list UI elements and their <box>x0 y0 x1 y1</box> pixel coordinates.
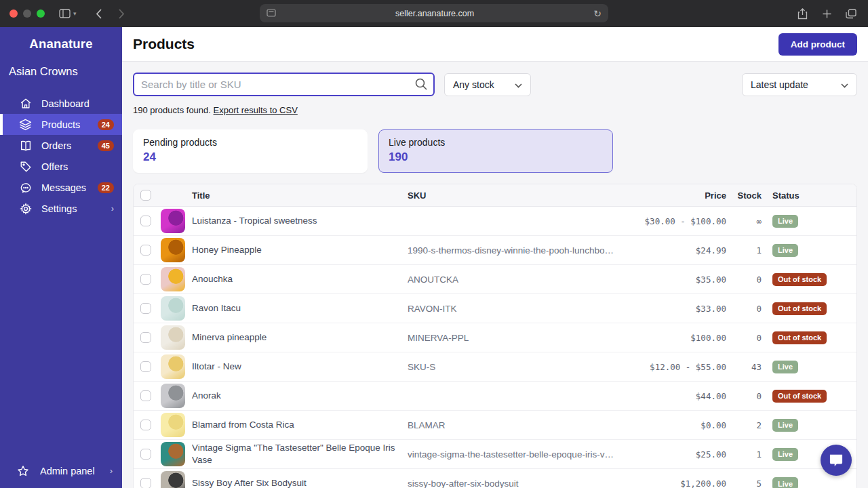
sidebar-item-label: Settings <box>41 203 111 214</box>
row-checkbox[interactable] <box>140 390 151 401</box>
minimize-window-button[interactable] <box>23 9 31 18</box>
add-product-button[interactable]: Add product <box>778 33 857 56</box>
table-row[interactable]: Blamard from Costa RicaBLAMAR$0.002Live <box>134 411 856 440</box>
product-thumbnail <box>161 471 185 488</box>
back-icon[interactable] <box>90 5 108 22</box>
tab-card-pending-products[interactable]: Pending products24 <box>133 129 368 173</box>
status-badge: Out of stock <box>772 390 827 403</box>
product-stock: ∞ <box>726 216 762 226</box>
product-sku: SKU-S <box>408 362 625 372</box>
export-csv-link[interactable]: Export results to CSV <box>214 105 298 115</box>
sidebar-item-messages[interactable]: Messages22 <box>0 177 122 198</box>
product-stock: 1 <box>726 449 762 460</box>
share-icon[interactable] <box>793 5 811 22</box>
select-all-checkbox[interactable] <box>140 190 151 201</box>
product-stock: 5 <box>726 479 762 488</box>
sort-select[interactable]: Latest update <box>742 73 857 96</box>
row-checkbox[interactable] <box>140 420 151 430</box>
status-badge: Out of stock <box>772 302 827 315</box>
product-title: Sissy Boy After Six Bodysuit <box>192 477 408 488</box>
product-stock: 0 <box>726 333 762 343</box>
table-row[interactable]: AnouchkaANOUTCKA$35.000Out of stock <box>134 265 856 294</box>
table-row[interactable]: Vintage Sigma "The Tastesetter" Belle Ep… <box>134 440 856 469</box>
sidebar-item-products[interactable]: Products24 <box>0 114 122 135</box>
row-checkbox[interactable] <box>140 361 151 372</box>
row-checkbox[interactable] <box>140 449 151 460</box>
product-stock: 43 <box>726 362 762 372</box>
reload-icon[interactable]: ↻ <box>593 8 601 19</box>
product-sku: sissy-boy-after-six-bodysuit <box>408 479 625 488</box>
product-title: Luistanza - Tropical sweetness <box>192 215 408 227</box>
new-tab-icon[interactable] <box>818 5 835 22</box>
column-header-sku: SKU <box>408 190 625 201</box>
table-row[interactable]: Minerva pineappleMINERVA-PPL$100.000Out … <box>134 323 856 352</box>
chevron-right-icon: › <box>110 466 113 476</box>
zoom-window-button[interactable] <box>37 9 45 18</box>
sidebar-item-settings[interactable]: Settings› <box>0 198 122 219</box>
product-title: Minerva pineapple <box>192 331 408 344</box>
table-row[interactable]: Luistanza - Tropical sweetness$30.00 - $… <box>134 207 856 236</box>
sidebar-item-label: Offers <box>41 161 114 172</box>
product-title: Ravon Itacu <box>192 302 408 314</box>
forward-icon[interactable] <box>113 5 131 22</box>
sidebar-item-orders[interactable]: Orders45 <box>0 135 122 156</box>
search-icon <box>414 77 428 94</box>
tab-card-label: Live products <box>389 137 603 148</box>
sidebar-item-admin-panel[interactable]: Admin panel › <box>0 464 122 477</box>
tab-card-live-products[interactable]: Live products190 <box>378 129 613 173</box>
sidebar-item-label: Orders <box>41 140 98 151</box>
product-price: $12.00 - $55.00 <box>625 362 726 372</box>
product-title: Blamard from Costa Rica <box>192 419 408 431</box>
brand-logo: Ananature <box>0 37 122 52</box>
product-price: $33.00 <box>625 304 726 314</box>
chat-fab-button[interactable] <box>821 445 852 476</box>
row-checkbox[interactable] <box>140 216 151 226</box>
stock-filter-value: Any stock <box>453 79 494 90</box>
star-icon <box>16 464 29 477</box>
product-price: $1,200.00 <box>625 479 726 488</box>
page-title: Products <box>133 36 195 52</box>
table-header-row: Title SKU Price Stock Status <box>134 184 856 207</box>
table-row[interactable]: Iltotar - NewSKU-S$12.00 - $55.0043Live <box>134 352 856 382</box>
status-badge: Out of stock <box>772 273 827 286</box>
product-sku: vintage-sigma-the-tastesetter-belle-epoq… <box>408 449 625 460</box>
address-bar[interactable]: seller.ananature.com ↻ <box>260 4 608 22</box>
table-row[interactable]: Ravon ItacuRAVON-ITK$33.000Out of stock <box>134 294 856 323</box>
stock-filter-select[interactable]: Any stock <box>444 73 531 96</box>
row-checkbox[interactable] <box>140 245 151 256</box>
product-stock: 0 <box>726 274 762 285</box>
sidebar: Ananature Asian Crowns DashboardProducts… <box>0 27 122 488</box>
product-price: $30.00 - $100.00 <box>625 216 726 226</box>
sidebar-item-dashboard[interactable]: Dashboard <box>0 93 122 114</box>
product-title: Honey Pineapple <box>192 244 408 256</box>
row-checkbox[interactable] <box>140 274 151 285</box>
row-checkbox[interactable] <box>140 332 151 343</box>
sidebar-toggle-icon[interactable] <box>56 5 73 22</box>
chevron-down-icon <box>841 79 848 90</box>
sort-value: Latest update <box>751 79 808 90</box>
row-checkbox[interactable] <box>140 478 151 488</box>
search-input[interactable] <box>133 73 435 96</box>
product-price: $25.00 <box>625 449 726 460</box>
chevron-down-icon[interactable]: ▾ <box>73 10 77 17</box>
browser-toolbar: ▾ seller.ananature.com ↻ <box>0 0 868 27</box>
row-checkbox[interactable] <box>140 303 151 314</box>
page-header: Products Add product <box>122 27 868 62</box>
product-title: Iltotar - New <box>192 361 408 373</box>
column-header-title: Title <box>192 190 408 201</box>
status-badge: Live <box>772 244 798 257</box>
store-name: Asian Crowns <box>9 65 122 78</box>
tab-card-label: Pending products <box>143 137 357 148</box>
table-row[interactable]: Anorak$44.000Out of stock <box>134 382 856 411</box>
table-row[interactable]: Honey Pineapple1990-s-thermos-disney-win… <box>134 236 856 265</box>
product-title: Vintage Sigma "The Tastesetter" Belle Ep… <box>192 442 408 466</box>
tabs-overview-icon[interactable] <box>842 5 860 22</box>
product-price: $0.00 <box>625 420 726 430</box>
product-sku: BLAMAR <box>408 420 625 430</box>
close-window-button[interactable] <box>9 9 18 18</box>
table-row[interactable]: Sissy Boy After Six Bodysuitsissy-boy-af… <box>134 469 856 488</box>
status-badge: Live <box>772 448 798 461</box>
sidebar-item-offers[interactable]: Offers <box>0 156 122 177</box>
sidebar-item-label: Messages <box>41 182 98 193</box>
sidebar-item-label: Products <box>41 119 98 130</box>
